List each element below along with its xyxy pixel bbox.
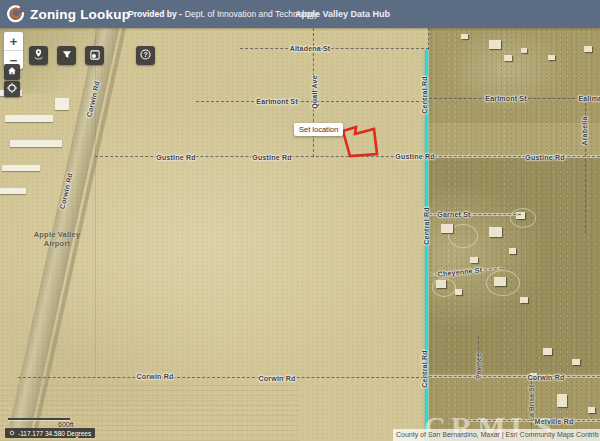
map-label: Gustine Rd — [525, 154, 564, 161]
map-label: Ealimart — [578, 95, 600, 102]
map-attribution: County of San Bernardino, Maxar | Esri C… — [393, 429, 600, 441]
funnel-icon — [61, 47, 73, 65]
crosshair-circle-icon — [6, 80, 18, 98]
building — [455, 289, 462, 295]
crosshair-icon — [9, 430, 15, 437]
map-label: Earlmont St — [256, 98, 297, 105]
map-label: Gustine Rd — [395, 153, 434, 160]
building — [509, 248, 516, 254]
scale-bar — [8, 418, 70, 420]
map-label: Apple Valley — [34, 230, 81, 239]
building — [584, 46, 592, 52]
app-header: Zoning Lookup Provided by -Dept. of Inno… — [0, 0, 600, 28]
building — [557, 394, 567, 407]
map-label: Quail Ave — [311, 75, 318, 109]
building — [588, 407, 595, 413]
set-location-tooltip: Set location — [294, 123, 343, 136]
coordinates-display: -117.177 34.580 Degrees — [5, 428, 95, 438]
map-label: Corwin Rd — [528, 374, 565, 381]
road-line — [428, 28, 429, 50]
map-label: Melville Rd — [535, 418, 574, 425]
building — [489, 40, 501, 49]
app-title: Zoning Lookup — [30, 7, 130, 22]
map-label: Gustine Rd — [156, 154, 195, 161]
road-line — [429, 376, 600, 377]
building — [520, 297, 528, 303]
building — [470, 257, 478, 263]
building — [521, 48, 527, 53]
set-location-button[interactable] — [29, 46, 48, 65]
road-line — [240, 48, 429, 49]
coordinates-text: -117.177 34.580 Degrees — [18, 430, 91, 437]
building — [543, 348, 552, 355]
building — [494, 277, 506, 286]
building — [436, 280, 446, 288]
home-icon — [6, 63, 18, 81]
app-logo-icon — [7, 5, 25, 27]
building — [572, 359, 580, 365]
scale-label: 600ft — [58, 421, 74, 428]
help-button[interactable]: ? — [136, 46, 155, 65]
map-label: Earlmont St — [485, 95, 526, 102]
map-label: Gustine Rd — [252, 154, 291, 161]
airport-hangar — [2, 165, 40, 171]
building — [489, 227, 502, 237]
map-label: Corwin Rd — [259, 375, 296, 382]
provided-by: Provided by -Dept. of Innovation and Tec… — [128, 9, 318, 19]
map-label: Central Rd — [421, 350, 428, 387]
airport-hangar — [0, 188, 26, 194]
map-label: La Brisa St — [528, 385, 535, 421]
airport-hangar — [10, 140, 62, 147]
filter-button[interactable] — [57, 46, 76, 65]
map-label: Central Rd — [421, 76, 428, 113]
map-label: Central Rd — [423, 207, 430, 244]
map-label: Arabella — [581, 116, 588, 145]
zoom-in-button[interactable]: + — [4, 32, 23, 51]
map-label: Pawnee — [475, 353, 482, 378]
airport-hangar — [55, 98, 69, 110]
basemap-button[interactable] — [85, 46, 104, 65]
road-line — [429, 156, 600, 157]
building — [548, 55, 555, 60]
road-line — [18, 377, 429, 378]
locate-button[interactable] — [4, 81, 20, 97]
building — [461, 34, 468, 39]
parcel-grid-line — [95, 28, 431, 377]
provided-by-label: Provided by - — [128, 9, 182, 19]
map-canvas[interactable]: Altadena StQuail AveEarlmont StEarlmont … — [0, 28, 600, 441]
home-button[interactable] — [4, 64, 20, 80]
question-mark-icon: ? — [139, 47, 152, 65]
map-label: Altadena St — [290, 45, 331, 52]
map-pin-icon — [32, 47, 45, 65]
building — [441, 224, 453, 233]
map-label: Garnet St — [437, 211, 470, 218]
airport-hangar — [5, 115, 53, 122]
svg-text:?: ? — [143, 50, 147, 57]
building — [504, 55, 512, 61]
basemap-gallery-icon — [89, 47, 101, 65]
map-label: Airport — [44, 239, 70, 248]
map-label: Corwin Rd — [137, 373, 174, 380]
zoning-lookup-app: Zoning Lookup Provided by -Dept. of Inno… — [0, 0, 600, 441]
data-hub-link[interactable]: Apple Valley Data Hub — [295, 9, 390, 19]
